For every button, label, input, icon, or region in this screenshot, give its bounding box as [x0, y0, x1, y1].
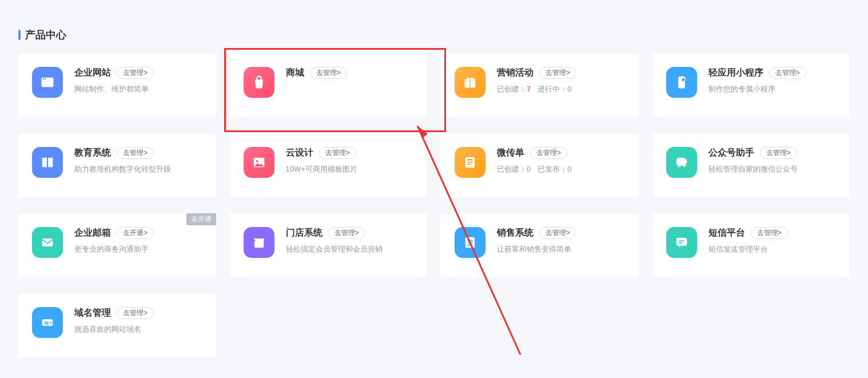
- card-body: 营销活动去管理>已创建：7进行中：0: [497, 67, 625, 95]
- card-subtitle: 让获客和销售变得简单: [497, 244, 625, 255]
- manage-button[interactable]: 去管理>: [117, 67, 154, 79]
- card-subtitle: 已创建：0已发布：0: [497, 164, 625, 175]
- manage-button[interactable]: 去管理>: [117, 307, 154, 319]
- card-title: 销售系统: [497, 227, 533, 239]
- manage-button[interactable]: 去管理>: [539, 227, 576, 239]
- card-body: 门店系统去管理>轻松搞定会员管理和会员营销: [286, 227, 414, 255]
- manage-button[interactable]: 去管理>: [769, 67, 806, 79]
- svg-rect-19: [467, 242, 472, 243]
- card-store[interactable]: 门店系统去管理>轻松搞定会员管理和会员营销: [230, 213, 428, 277]
- bag-icon: [244, 67, 274, 98]
- card-subtitle: 助力教培机构数字化转型升级: [74, 164, 202, 175]
- manage-button[interactable]: 去开通>: [117, 227, 154, 239]
- svg-text:W.=: W.=: [44, 321, 53, 326]
- card-body: 微传单去管理>已创建：0已发布：0: [497, 147, 625, 175]
- card-domain[interactable]: W.=域名管理去管理>挑选喜欢的网站域名: [18, 293, 216, 357]
- card-flyer[interactable]: 微传单去管理>已创建：0已发布：0: [441, 133, 639, 197]
- card-title: 企业邮箱: [74, 227, 111, 239]
- manage-button[interactable]: 去管理>: [760, 147, 797, 159]
- card-title-row: 短信平台去管理>: [708, 227, 837, 239]
- card-website[interactable]: 企业网站去管理>网站制作、维护都简单: [18, 53, 216, 117]
- card-title-row: 企业网站去管理>: [74, 67, 202, 79]
- card-title-row: 营销活动去管理>: [497, 67, 625, 79]
- card-campaign[interactable]: 营销活动去管理>已创建：7进行中：0: [441, 53, 639, 117]
- manage-button[interactable]: 去管理>: [319, 147, 356, 159]
- svg-rect-12: [467, 159, 472, 160]
- chat-icon: [666, 147, 697, 178]
- card-title-row: 销售系统去管理>: [497, 227, 625, 239]
- svg-rect-22: [679, 241, 684, 242]
- card-title-row: 企业邮箱去开通>: [74, 227, 202, 239]
- svg-rect-21: [676, 238, 687, 246]
- card-title-row: 门店系统去管理>: [286, 227, 414, 239]
- card-title-row: 微传单去管理>: [497, 147, 625, 159]
- manage-button[interactable]: 去管理>: [117, 147, 154, 159]
- card-title: 教育系统: [74, 147, 111, 159]
- manage-button[interactable]: 去管理>: [310, 67, 347, 79]
- card-sms[interactable]: 短信平台去管理>短信发送管理平台: [652, 213, 850, 277]
- list-icon: [455, 227, 485, 258]
- svg-point-3: [45, 78, 46, 79]
- card-title: 公众号助手: [708, 147, 754, 159]
- card-body: 商城去管理>: [286, 67, 414, 83]
- card-wechat[interactable]: 公众号助手去管理>轻松管理自家的微信公众号: [652, 133, 850, 197]
- book-icon: [32, 147, 63, 178]
- svg-point-15: [683, 164, 686, 166]
- card-title: 营销活动: [497, 67, 533, 79]
- window-icon: [32, 67, 63, 98]
- card-subtitle: 制作您的专属小程序: [708, 83, 837, 95]
- manage-button[interactable]: 去管理>: [751, 227, 788, 239]
- card-sales[interactable]: 销售系统去管理>让获客和销售变得简单: [441, 213, 639, 277]
- card-body: 域名管理去管理>挑选喜欢的网站域名: [74, 307, 202, 335]
- card-body: 云设计去管理>10W+可商用模板图片: [286, 147, 414, 175]
- card-title-row: 轻应用小程序去管理>: [708, 67, 837, 79]
- card-title: 域名管理: [74, 307, 111, 319]
- card-design[interactable]: 云设计去管理>10W+可商用模板图片: [230, 133, 428, 197]
- section-title-text: 产品中心: [25, 28, 66, 42]
- svg-rect-18: [467, 240, 472, 241]
- card-title-row: 云设计去管理>: [286, 147, 414, 159]
- card-title-row: 公众号助手去管理>: [708, 147, 837, 159]
- card-subtitle: 短信发送管理平台: [708, 244, 837, 255]
- svg-rect-23: [679, 242, 682, 244]
- phone-icon: [666, 67, 697, 98]
- card-mail[interactable]: 企业邮箱去开通>更专业的商务沟通助手: [18, 213, 216, 277]
- manage-button[interactable]: 去管理>: [530, 147, 567, 159]
- card-subtitle: 网站制作、维护都简单: [74, 83, 202, 95]
- manage-button[interactable]: 去管理>: [328, 227, 365, 239]
- shop-icon: [244, 227, 274, 258]
- card-body: 教育系统去管理>助力教培机构数字化转型升级: [74, 147, 202, 175]
- stat-created-value: 0: [527, 165, 531, 173]
- card-miniapp[interactable]: 轻应用小程序去管理>制作您的专属小程序: [652, 53, 850, 117]
- stat-created-label: 已创建：: [497, 165, 527, 173]
- card-title-row: 教育系统去管理>: [74, 147, 202, 159]
- image-icon: [244, 147, 274, 178]
- card-body: 企业网站去管理>网站制作、维护都简单: [74, 67, 202, 95]
- card-body: 短信平台去管理>短信发送管理平台: [708, 227, 837, 255]
- card-edu[interactable]: 教育系统去管理>助力教培机构数字化转型升级: [18, 133, 216, 197]
- svg-rect-20: [467, 245, 471, 246]
- card-title: 轻应用小程序: [708, 67, 763, 79]
- card-mall[interactable]: 商城去管理>: [230, 53, 428, 117]
- card-subtitle: 更专业的商务沟通助手: [74, 244, 202, 255]
- stat-running-label: 进行中：: [537, 85, 567, 93]
- svg-point-10: [256, 160, 258, 162]
- page: 产品中心 企业网站去管理>网站制作、维护都简单商城去管理>营销活动去管理>已创建…: [0, 1, 868, 371]
- manage-button[interactable]: 去管理>: [539, 67, 576, 79]
- gift-icon: [455, 67, 485, 98]
- svg-rect-16: [42, 238, 53, 246]
- card-subtitle: 已创建：7进行中：0: [497, 83, 625, 95]
- card-title: 商城: [286, 67, 304, 79]
- card-subtitle: 挑选喜欢的网站域名: [74, 324, 202, 335]
- msg-icon: [666, 227, 697, 258]
- card-body: 企业邮箱去开通>更专业的商务沟通助手: [74, 227, 202, 255]
- svg-rect-6: [469, 79, 471, 87]
- card-title: 微传单: [497, 147, 524, 159]
- card-subtitle: 轻松管理自家的微信公众号: [708, 164, 837, 175]
- card-title: 企业网站: [74, 67, 111, 79]
- card-icon: [455, 147, 485, 178]
- card-subtitle: 10W+可商用模板图片: [286, 164, 414, 175]
- card-subtitle: 轻松搞定会员管理和会员营销: [286, 244, 414, 255]
- svg-point-2: [43, 78, 44, 79]
- stat-created-label: 已创建：: [497, 85, 527, 93]
